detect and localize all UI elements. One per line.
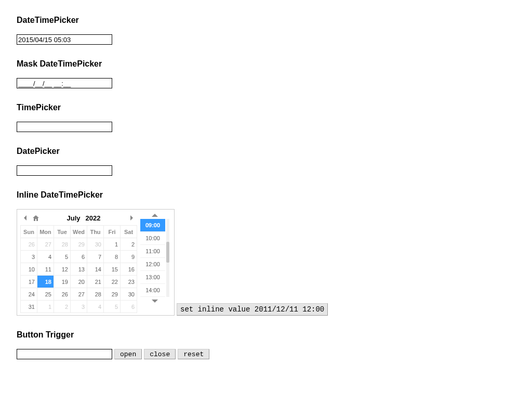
calendar-day-cell[interactable]: 23	[121, 276, 137, 288]
calendar-day-cell[interactable]: 24	[21, 288, 37, 301]
section-inline: Inline DateTimePicker July 2022	[17, 190, 515, 316]
calendar-day-cell[interactable]: 20	[71, 276, 87, 288]
close-button[interactable]: close	[144, 349, 176, 359]
calendar-day-cell[interactable]: 27	[37, 238, 54, 251]
calendar-day-cell[interactable]: 22	[104, 276, 121, 288]
heading-mask: Mask DateTimePicker	[17, 59, 515, 69]
calendar-day-cell[interactable]: 1	[104, 238, 121, 251]
svg-marker-2	[130, 215, 133, 220]
calendar-day-cell[interactable]: 6	[71, 251, 87, 263]
time-scroll-up-button[interactable]	[140, 211, 169, 219]
calendar-day-cell[interactable]: 5	[104, 301, 121, 313]
datetimepicker-input[interactable]	[17, 34, 112, 45]
section-mask: Mask DateTimePicker	[17, 59, 515, 88]
calendar-day-cell[interactable]: 16	[121, 263, 137, 276]
year-label[interactable]: 2022	[86, 214, 101, 222]
time-option[interactable]: 10:00	[140, 232, 165, 245]
calendar-grid: SunMonTueWedThuFriSat 262728293012345678…	[20, 225, 137, 313]
chevron-right-icon	[129, 215, 134, 220]
calendar-dow-header: Wed	[71, 226, 87, 238]
calendar-day-cell[interactable]: 4	[87, 301, 104, 313]
heading-datetimepicker: DateTimePicker	[17, 16, 515, 25]
time-scrollbar-thumb[interactable]	[166, 242, 169, 263]
calendar-day-cell[interactable]: 29	[104, 288, 121, 301]
calendar-day-cell[interactable]: 1	[37, 301, 54, 313]
inline-datetimepicker: July 2022 SunMonTueWedThuFriSat 26272829…	[17, 209, 175, 316]
calendar-dow-header: Thu	[87, 226, 104, 238]
home-icon	[33, 215, 39, 221]
chevron-up-icon	[152, 213, 158, 217]
calendar-day-cell[interactable]: 13	[71, 263, 87, 276]
set-inline-value-button[interactable]: set inline value 2011/12/11 12:00	[177, 303, 328, 316]
calendar-day-cell[interactable]: 30	[121, 288, 137, 301]
calendar-header: July 2022	[20, 211, 137, 225]
svg-marker-3	[152, 214, 158, 217]
calendar-day-cell[interactable]: 8	[104, 251, 121, 263]
calendar-dow-header: Mon	[37, 226, 54, 238]
datepicker-input[interactable]	[17, 165, 112, 176]
time-column: 09:0010:0011:0012:0013:0014:00	[140, 211, 170, 313]
calendar-day-cell[interactable]: 9	[121, 251, 137, 263]
calendar: July 2022 SunMonTueWedThuFriSat 26272829…	[20, 211, 137, 313]
calendar-day-cell[interactable]: 3	[71, 301, 87, 313]
section-datepicker: DatePicker	[17, 147, 515, 176]
calendar-day-cell[interactable]: 27	[71, 288, 87, 301]
reset-button[interactable]: reset	[178, 349, 209, 359]
calendar-day-cell[interactable]: 10	[21, 263, 37, 276]
calendar-day-cell[interactable]: 26	[54, 288, 71, 301]
calendar-day-cell[interactable]: 21	[87, 276, 104, 288]
time-option[interactable]: 09:00	[140, 219, 165, 232]
calendar-dow-header: Sun	[21, 226, 37, 238]
calendar-day-cell[interactable]: 4	[37, 251, 54, 263]
time-option[interactable]: 12:00	[140, 258, 165, 271]
svg-marker-4	[152, 300, 158, 303]
section-datetimepicker: DateTimePicker	[17, 16, 515, 45]
calendar-day-cell[interactable]: 14	[87, 263, 104, 276]
chevron-down-icon	[152, 300, 158, 303]
time-option[interactable]: 14:00	[140, 284, 165, 297]
time-list: 09:0010:0011:0012:0013:0014:00	[140, 219, 165, 297]
calendar-dow-header: Fri	[104, 226, 121, 238]
time-option[interactable]: 13:00	[140, 271, 165, 284]
calendar-day-cell[interactable]: 15	[104, 263, 121, 276]
time-scroll-down-button[interactable]	[140, 297, 169, 305]
calendar-dow-header: Sat	[121, 226, 137, 238]
calendar-day-cell[interactable]: 12	[54, 263, 71, 276]
open-button[interactable]: open	[114, 349, 142, 359]
svg-marker-1	[33, 215, 39, 221]
calendar-day-cell[interactable]: 7	[87, 251, 104, 263]
time-option[interactable]: 11:00	[140, 245, 165, 258]
calendar-day-cell[interactable]: 28	[54, 238, 71, 251]
calendar-day-cell[interactable]: 30	[87, 238, 104, 251]
calendar-day-cell[interactable]: 26	[21, 238, 37, 251]
calendar-day-cell[interactable]: 3	[21, 251, 37, 263]
today-button[interactable]	[31, 213, 41, 223]
next-month-button[interactable]	[126, 213, 137, 223]
heading-datepicker: DatePicker	[17, 147, 515, 156]
calendar-dow-header: Tue	[54, 226, 71, 238]
prev-month-button[interactable]	[20, 213, 31, 223]
calendar-day-cell[interactable]: 2	[121, 238, 137, 251]
calendar-day-cell[interactable]: 18	[37, 276, 54, 288]
section-timepicker: TimePicker	[17, 103, 515, 132]
time-scrollbar[interactable]	[166, 219, 169, 297]
calendar-day-cell[interactable]: 28	[87, 288, 104, 301]
calendar-day-cell[interactable]: 2	[54, 301, 71, 313]
calendar-day-cell[interactable]: 11	[37, 263, 54, 276]
svg-marker-0	[24, 215, 26, 220]
month-year-label: July 2022	[67, 214, 101, 222]
calendar-day-cell[interactable]: 17	[21, 276, 37, 288]
calendar-day-cell[interactable]: 19	[54, 276, 71, 288]
section-trigger: Button Trigger open close reset	[17, 330, 515, 359]
month-label[interactable]: July	[67, 214, 81, 222]
calendar-day-cell[interactable]: 6	[121, 301, 137, 313]
heading-trigger: Button Trigger	[17, 330, 515, 340]
calendar-day-cell[interactable]: 5	[54, 251, 71, 263]
calendar-day-cell[interactable]: 29	[71, 238, 87, 251]
chevron-left-icon	[23, 215, 28, 220]
mask-input[interactable]	[17, 78, 112, 88]
calendar-day-cell[interactable]: 25	[37, 288, 54, 301]
trigger-input[interactable]	[17, 349, 112, 359]
calendar-day-cell[interactable]: 31	[21, 301, 37, 313]
timepicker-input[interactable]	[17, 122, 112, 132]
